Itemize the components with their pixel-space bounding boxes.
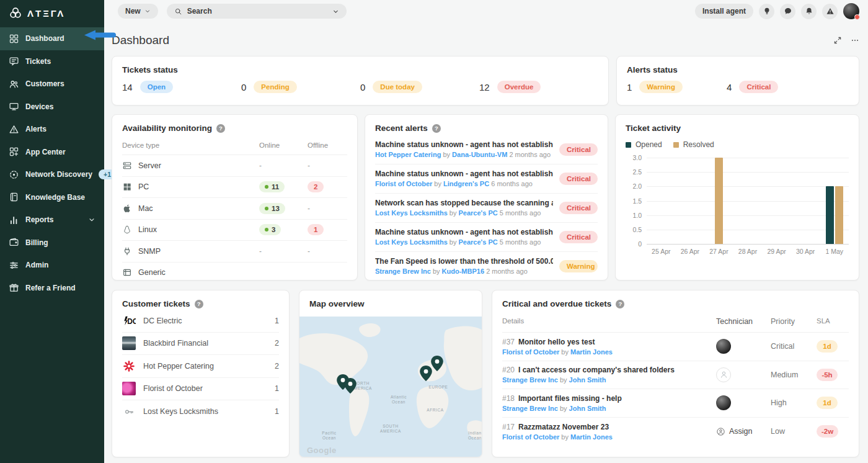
- severity-badge: Critical: [559, 143, 598, 156]
- admin-icon: [9, 260, 19, 271]
- recent-alerts-card: Recent alerts ? Machine status unknown -…: [365, 114, 608, 281]
- stat-badge: Warning: [639, 81, 683, 93]
- priority-label: Critical: [771, 342, 817, 351]
- topbar: New Install agent: [104, 0, 868, 22]
- critical-ticket-row[interactable]: #17Razzmatazz November 23 Florist of Oct…: [502, 418, 849, 446]
- recent-alert-item[interactable]: Machine status unknown - agent has not e…: [375, 164, 598, 194]
- chat-icon[interactable]: [780, 4, 795, 19]
- device-link[interactable]: Pearce's PC: [459, 238, 498, 246]
- customer-link[interactable]: Florist of October: [502, 348, 559, 356]
- ticket-count: 2: [275, 362, 279, 371]
- customer-link[interactable]: Strange Brew Inc: [375, 267, 431, 275]
- priority-label: High: [771, 398, 817, 407]
- customer-name: DC Electric: [143, 317, 267, 325]
- user-avatar[interactable]: [843, 3, 859, 19]
- sidebar-item[interactable]: Tickets: [0, 50, 104, 73]
- technician-avatar[interactable]: [716, 339, 731, 354]
- map-canvas[interactable]: NORTHAMERICAAtlanticOceanEUROPEAFRICASOU…: [299, 317, 482, 457]
- technician-avatar[interactable]: [716, 395, 731, 410]
- online-dot: [265, 185, 268, 189]
- availability-row[interactable]: SNMP - -: [122, 241, 347, 263]
- contact-link[interactable]: John Smith: [569, 405, 606, 412]
- availability-row[interactable]: Server - -: [122, 155, 347, 177]
- bar-group-29-apr: [762, 158, 791, 244]
- customer-ticket-row[interactable]: Blackbird Financial 2: [122, 333, 279, 356]
- device-link[interactable]: Dana-Ubuntu-VM: [452, 151, 507, 158]
- ticket-count: 1: [275, 407, 279, 416]
- customer-link[interactable]: Strange Brew Inc: [502, 405, 558, 412]
- availability-row[interactable]: PC 11 2: [122, 177, 347, 199]
- customer-ticket-row[interactable]: Florist of October 1: [122, 378, 279, 401]
- critical-ticket-row[interactable]: #20I can't access our company's shared f…: [502, 361, 849, 390]
- availability-row[interactable]: Mac 13 -: [122, 198, 347, 220]
- availability-row[interactable]: Generic: [122, 263, 347, 281]
- sidebar-item[interactable]: Refer a Friend: [0, 277, 104, 300]
- stat-badge: Overdue: [497, 81, 541, 93]
- severity-badge: Warning: [559, 260, 598, 272]
- svg-text:DC: DC: [127, 317, 136, 325]
- alert-age: 6 months ago: [491, 180, 533, 187]
- recent-alert-item[interactable]: The Fan Speed is lower than the threshol…: [375, 252, 598, 281]
- help-icon[interactable]: ?: [195, 300, 203, 308]
- search-bar[interactable]: [167, 4, 347, 19]
- device-link[interactable]: Pearce's PC: [459, 209, 498, 217]
- sidebar-item-label: Tickets: [25, 57, 95, 66]
- customer-link[interactable]: Lost Keys Locksmiths: [375, 238, 448, 246]
- dashboard-icon: [9, 34, 19, 44]
- map-label: EUROPE: [428, 385, 448, 389]
- customer-ticket-row[interactable]: Lost Keys Locksmiths 1: [122, 400, 279, 423]
- stat-badge: Critical: [739, 81, 778, 93]
- help-icon[interactable]: ?: [216, 124, 225, 133]
- ticket-title: Monitor hello yes test: [518, 338, 595, 346]
- critical-alerts-icon[interactable]: [822, 4, 838, 19]
- dc-electric-logo: DC: [122, 314, 136, 328]
- map-label: IndianOcean: [468, 431, 482, 440]
- status-stat: 4 Critical: [727, 81, 826, 93]
- sidebar-item[interactable]: Alerts: [0, 118, 104, 141]
- severity-badge: Critical: [559, 231, 598, 243]
- search-scope-chevron-icon[interactable]: [332, 8, 339, 15]
- recent-alert-item[interactable]: Network scan has stopped because the sca…: [375, 194, 598, 223]
- status-stat: 0 Due today: [360, 81, 479, 93]
- sidebar-item[interactable]: Knowledge Base: [0, 186, 104, 209]
- recent-alert-item[interactable]: Machine status unknown - agent has not e…: [375, 223, 598, 252]
- customer-link[interactable]: Hot Pepper Catering: [375, 151, 441, 158]
- more-options-icon[interactable]: [851, 36, 859, 45]
- sidebar-item[interactable]: Network Discovery +1: [0, 163, 104, 186]
- customer-link[interactable]: Florist of October: [502, 433, 559, 441]
- sidebar-item[interactable]: Devices: [0, 96, 104, 119]
- critical-ticket-row[interactable]: #18Important files missing - help Strang…: [502, 389, 849, 418]
- recent-alert-item[interactable]: Machine status unknown - agent has not e…: [375, 135, 598, 164]
- sidebar-item[interactable]: Admin: [0, 254, 104, 277]
- contact-link[interactable]: Martin Jones: [570, 348, 613, 356]
- ticket-title: Important files missing - help: [518, 394, 622, 403]
- atera-logo[interactable]: ΛTΞΓΛ: [0, 0, 104, 25]
- expand-icon[interactable]: [833, 36, 842, 45]
- customer-ticket-row[interactable]: Hot Pepper Catering 2: [122, 355, 279, 378]
- search-input[interactable]: [187, 7, 327, 16]
- opened-bar: [826, 186, 834, 244]
- help-icon[interactable]: ?: [432, 124, 441, 133]
- contact-link[interactable]: Martin Jones: [570, 433, 613, 441]
- customer-link[interactable]: Strange Brew Inc: [502, 376, 558, 384]
- assign-button[interactable]: Assign: [716, 427, 753, 436]
- help-icon[interactable]: ?: [616, 300, 624, 308]
- device-link[interactable]: Kudo-MBP16: [442, 267, 484, 275]
- technician-avatar-sketch[interactable]: [716, 367, 731, 382]
- sidebar-item[interactable]: App Center: [0, 141, 104, 164]
- customer-link[interactable]: Lost Keys Locksmiths: [375, 209, 448, 217]
- install-agent-button[interactable]: Install agent: [695, 4, 753, 19]
- device-link[interactable]: Lindgren's PC: [443, 180, 489, 187]
- customer-ticket-row[interactable]: DC DC Electric 1: [122, 310, 279, 333]
- sidebar-item[interactable]: Customers: [0, 73, 104, 96]
- sidebar-item[interactable]: Billing: [0, 232, 104, 254]
- notifications-bell-icon[interactable]: [801, 4, 817, 19]
- contact-link[interactable]: John Smith: [569, 376, 606, 384]
- new-button[interactable]: New: [118, 4, 158, 19]
- sla-badge: 1d: [817, 340, 838, 353]
- critical-ticket-row[interactable]: #37Monitor hello yes test Florist of Oct…: [502, 333, 849, 361]
- customer-link[interactable]: Florist of October: [375, 180, 432, 187]
- availability-row[interactable]: Linux 3 1: [122, 220, 347, 241]
- sidebar-item[interactable]: Reports: [0, 209, 104, 232]
- idea-lightbulb-icon[interactable]: [759, 4, 774, 19]
